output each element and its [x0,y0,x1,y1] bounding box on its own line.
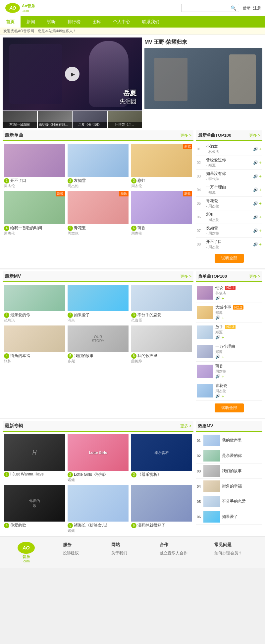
nav-item-charts[interactable]: 排行榜 [62,16,86,28]
listen-all-new-button[interactable]: 试听全部 [215,254,244,263]
footer-service: 服务 投诉建议 [63,542,89,557]
top100-item-7[interactable]: 07 发如雪- 周杰伦 🔊+ [196,224,262,238]
top100-item-4[interactable]: 04 一万个理由- 郑源 🔊+ [196,183,262,197]
hot-item-3[interactable]: 放手 NO.3 郑源 🔊+ [196,322,262,342]
footer-cooperation: 合作 独立音乐人合作 [160,542,193,557]
latest-songs-more[interactable]: 更多 > [180,133,193,138]
thumb-item-3[interactable]: 岳夏《失泪园》 [73,111,107,128]
album-item-3[interactable]: 器乐赏析 3《器乐赏析》 [131,434,192,482]
hot-mv-item-2[interactable]: 02 是亲爱的你 [196,448,262,464]
register-link[interactable]: 注册 [253,5,261,11]
footer-cooperation-item-1[interactable]: 独立音乐人合作 [160,550,193,556]
hot-mv-item-5[interactable]: 05 不分手的恋爱 [196,494,262,509]
nav-item-personal[interactable]: 个人中心 [107,16,136,28]
logo-music-text: Ao音乐 [22,3,35,9]
hot-item-4[interactable]: 一万个理由 郑源 🔊+ [196,342,262,362]
thumb-item-1[interactable]: 东西叶·城阳传 [3,111,37,128]
welcome-bar: 欢迎光临AO音乐网，您是本站第449位客人！ [0,28,265,35]
banner-song-info: 岳夏 失泪园 [120,89,136,105]
song-item-5[interactable]: 新歌 5青花瓷 周杰伦 [68,191,129,236]
footer-service-item-1[interactable]: 投诉建议 [63,550,89,556]
top100-item-1[interactable]: 01 小酒窝- 林俊杰 🔊+ [196,142,262,156]
footer-site-item-1[interactable]: 关于我们 [111,550,138,556]
top100-hot-header: 热单曲TOP100 更多 > [196,271,262,282]
play-button[interactable]: ▶ [65,67,80,81]
logo[interactable]: AO Ao音乐 .com [4,2,35,14]
mv-section: 最新MV 更多 > 1最亲爱的你 范玮琪 2如果爱了 涌泉 3不分手的恋爱 范逸… [0,268,265,418]
album-item-6[interactable]: 6没死掉就很好了 [131,485,192,533]
latest-songs-title: 最新单曲 [3,132,23,138]
top100-new-header: 最新单曲TOP100 更多 > [196,130,262,141]
mv-item-3[interactable]: 3不分手的恋爱 范逸臣 [131,285,192,323]
banner-mv-image[interactable] [144,48,262,109]
album-item-2[interactable]: Lotte Girls 2Lotte Girls《祝福》 诸健 [68,434,129,482]
top100-item-3[interactable]: 03 如果没有你- 李代沫 🔊+ [196,170,262,183]
latest-mv-panel: 最新MV 更多 > 1最亲爱的你 范玮琪 2如果爱了 涌泉 3不分手的恋爱 范逸… [3,269,193,415]
latest-songs-panel: 最新单曲 更多 > 1开不了口 周杰伦 2发如雪 周杰伦 新歌 [3,130,193,265]
hot-item-1[interactable]: 他说 NO.1 林俊杰 🔊+ [196,283,262,303]
mv-item-2[interactable]: 2如果爱了 涌泉 [68,285,129,323]
hot-mv-item-1[interactable]: 01 我的歌声里 [196,433,262,448]
thumb-item-4[interactable]: 叶世荣《岳... [108,111,142,128]
mv-item-6[interactable]: 6我的歌声里 曲婉婷 [131,325,192,364]
banner-mv-title: MV 王野·荣耀归来 [144,37,262,48]
search-input[interactable] [182,5,228,11]
song-item-6[interactable]: 新歌 6蒲香 周杰伦 [131,191,192,236]
hot-mv-item-4[interactable]: 04 街角的幸福 [196,479,262,494]
search-button[interactable]: 🔍 [228,4,239,12]
album-item-5[interactable]: 5褚海长《折签女儿》 诸健 [68,485,129,533]
hot-item-5[interactable]: 蒲香 周杰伦 🔊+ [196,362,262,381]
latest-mv-grid: 1最亲爱的你 范玮琪 2如果爱了 涌泉 3不分手的恋爱 范逸臣 4街角的幸福 张… [3,285,193,364]
album-item-4[interactable]: 你爱的歌 4你爱的歌 [4,485,65,533]
album-section: 最新专辑 更多 > H 1I Just Wanna Have Lotte Gir… [0,418,265,536]
mv-item-1[interactable]: 1最亲爱的你 范玮琪 [4,285,65,323]
album-item-1[interactable]: H 1I Just Wanna Have [4,434,65,482]
nav-item-gallery[interactable]: 图库 [86,16,107,28]
hot-mv-item-6[interactable]: 06 如果爱了 [196,509,262,525]
banner-left: ▶ 岳夏 失泪园 东西叶·城阳传 高明骏《时间在路上》 岳夏《失泪园》 叶世荣《… [3,37,142,128]
song-item-4[interactable]: 新歌 4给我一首歌的时间 周杰伦 [4,191,65,236]
latest-album-more[interactable]: 更多 > [180,423,193,429]
top100-hot-more[interactable]: 更多 > [249,274,262,279]
nav-item-listen[interactable]: 试听 [41,16,62,28]
mv-item-5[interactable]: OURSTORY 5我们的故事 步尧 [68,325,129,364]
top100-new-title: 最新单曲TOP100 [196,132,231,138]
top100-item-6[interactable]: 06 彩虹- 周杰伦 🔊+ [196,210,262,224]
footer-faq: 常见问题 如何办理会员？ [214,542,247,557]
hot-item-6[interactable]: 青花瓷 周杰伦 🔊+ [196,381,262,401]
banner-thumbs: 东西叶·城阳传 高明骏《时间在路上》 岳夏《失泪园》 叶世荣《岳... [3,111,142,128]
nav-item-contact[interactable]: 联系我们 [136,16,165,28]
song-item-1[interactable]: 1开不了口 周杰伦 [4,144,65,188]
song-item-2[interactable]: 2发如雪 周杰伦 [68,144,129,188]
latest-album-title: 最新专辑 [3,423,23,429]
listen-all-hot-button[interactable]: 试听全部 [215,403,244,412]
header: AO Ao音乐 .com 🔍 登录 注册 [0,0,265,16]
nav-item-news[interactable]: 新闻 [21,16,41,28]
footer-site: 网站 关于我们 [111,542,138,557]
top100-item-5[interactable]: 05 青花瓷- 周杰伦 🔊+ [196,197,262,210]
song-item-3[interactable]: 新歌 3彩虹 周杰伦 [131,144,192,188]
top100-item-8[interactable]: 08 开不了口- 周杰伦 🔊+ [196,238,262,251]
latest-album-header: 最新专辑 更多 > [3,421,193,432]
banner-section: ▶ 岳夏 失泪园 东西叶·城阳传 高明骏《时间在路上》 岳夏《失泪园》 叶世荣《… [0,35,265,130]
banner-main-image[interactable]: ▶ 岳夏 失泪园 [3,37,142,110]
latest-mv-more[interactable]: 更多 > [180,274,193,279]
hot-mv-panel: 热播MV 01 我的歌声里 02 是亲爱的你 03 我们的故事 04 街角的幸福… [196,419,262,533]
top100-item-2[interactable]: 02 曾经爱过你- 郑源 🔊+ [196,156,262,170]
hot-item-2[interactable]: 大城小事 NO.2 郑源 🔊+ [196,303,262,322]
top100-hot-title: 热单曲TOP100 [196,273,227,279]
top100-new-more[interactable]: 更多 > [249,133,262,138]
nav-item-home[interactable]: 首页 [0,16,21,28]
footer-faq-item-1[interactable]: 如何办理会员？ [214,550,247,556]
login-link[interactable]: 登录 [242,5,250,11]
mv-item-4[interactable]: 4街角的幸福 张栋 [4,325,65,364]
footer-logo: AO 音乐 .com [18,542,35,563]
hot-mv-title: 热播MV [196,423,213,429]
latest-mv-header: 最新MV 更多 > [3,271,193,282]
thumb-item-2[interactable]: 高明骏《时间在路上》 [38,111,72,128]
latest-songs-grid: 1开不了口 周杰伦 2发如雪 周杰伦 新歌 3彩虹 周杰伦 新歌 [3,144,193,236]
latest-album-panel: 最新专辑 更多 > H 1I Just Wanna Have Lotte Gir… [3,419,193,533]
hot-mv-item-3[interactable]: 03 我们的故事 [196,464,262,479]
hot-mv-header: 热播MV [196,421,262,432]
latest-album-grid: H 1I Just Wanna Have Lotte Girls 2Lotte … [3,434,193,533]
